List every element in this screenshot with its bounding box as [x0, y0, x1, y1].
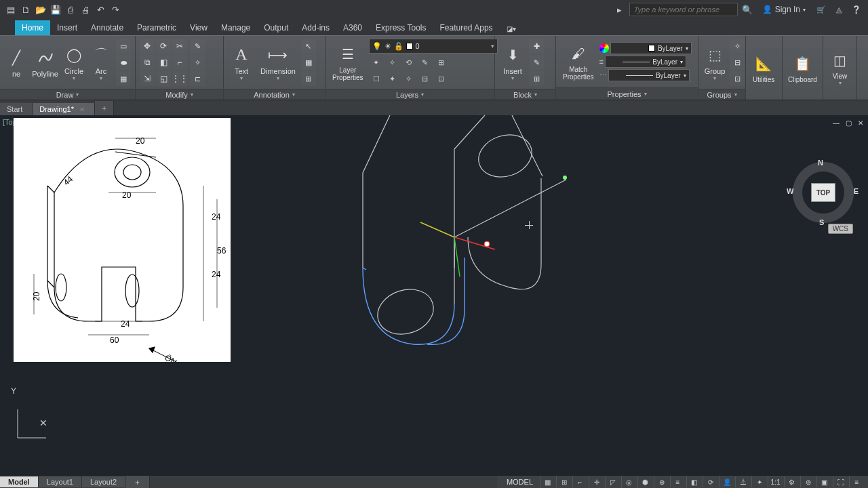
viewcube-top[interactable]: TOP	[811, 183, 835, 202]
ellipse-icon[interactable]: ⬬	[116, 55, 131, 70]
group-edit-icon[interactable]: ✧	[730, 39, 745, 54]
layer-properties-button[interactable]: ☰Layer Properties	[330, 42, 366, 83]
layout-1[interactable]: Layout1	[39, 476, 82, 487]
circle-button[interactable]: ◯Circle	[62, 43, 86, 83]
status-snap-icon[interactable]: ⊞	[556, 476, 571, 487]
layer-tool-10[interactable]: ⊡	[434, 71, 449, 86]
search-arrow-icon[interactable]: ▸	[613, 3, 627, 16]
status-lwt-icon[interactable]: ≡	[670, 476, 685, 487]
explode-icon[interactable]: ✧	[190, 55, 205, 70]
tab-parametric[interactable]: Parametric	[130, 20, 183, 35]
qat-saveas-icon[interactable]: ⎙	[64, 3, 77, 16]
mirror-icon[interactable]: ◧	[156, 55, 171, 70]
status-anno-icon[interactable]: ✦	[751, 476, 766, 487]
status-transp-icon[interactable]: ◧	[686, 476, 701, 487]
layer-tool-7[interactable]: ✦	[385, 71, 400, 86]
hatch-icon[interactable]: ▦	[116, 71, 131, 86]
layer-tool-5[interactable]: ⊞	[434, 55, 449, 70]
tab-annotate[interactable]: Annotate	[84, 20, 130, 35]
clipboard-button[interactable]: 📋Clipboard	[787, 52, 818, 85]
status-gear-icon[interactable]: ⚙	[784, 476, 799, 487]
app-menu-icon[interactable]: ▤	[4, 3, 18, 16]
panel-draw-title[interactable]: Draw	[0, 89, 135, 100]
status-3dsnap-icon[interactable]: ⬢	[637, 476, 652, 487]
status-gizmo-icon[interactable]: 👤	[719, 476, 734, 487]
viewcube-north[interactable]: N	[818, 159, 823, 167]
arc-button[interactable]: ⌒Arc	[89, 43, 113, 83]
rectangle-icon[interactable]: ▭	[116, 39, 131, 54]
status-dyn-icon[interactable]: ⊕	[654, 476, 669, 487]
block-edit-icon[interactable]: ✎	[529, 55, 544, 70]
panel-groups-title[interactable]: Groups	[698, 89, 745, 100]
layout-model[interactable]: Model	[0, 476, 39, 487]
scale-icon[interactable]: ◱	[156, 71, 171, 86]
table-icon[interactable]: ▦	[301, 55, 316, 70]
a360-icon[interactable]: ◬	[831, 3, 846, 16]
panel-layers-title[interactable]: Layers	[326, 89, 494, 100]
tab-a360[interactable]: A360	[336, 20, 369, 35]
qat-open-icon[interactable]: 📂	[34, 3, 47, 16]
status-scale[interactable]: 1:1	[768, 476, 783, 487]
rotate-icon[interactable]: ⟳	[156, 39, 171, 54]
drawing-canvas[interactable]: [Top — ▢ ✕ 20 20 44 24 56 24	[0, 115, 868, 476]
layer-dropdown[interactable]: 💡 ☀ 🔓 0	[369, 39, 498, 54]
status-model[interactable]: MODEL	[501, 478, 538, 486]
status-polar-icon[interactable]: ✛	[589, 476, 604, 487]
panel-annotation-title[interactable]: Annotation	[224, 89, 325, 100]
status-osnap-icon[interactable]: ◎	[621, 476, 636, 487]
block-create-icon[interactable]: ✚	[529, 39, 544, 54]
tab-home[interactable]: Home	[15, 20, 50, 35]
viewcube-south[interactable]: S	[819, 218, 824, 226]
tab-express[interactable]: Express Tools	[369, 20, 433, 35]
tab-featured[interactable]: Featured Apps	[433, 20, 500, 35]
tab-overflow-icon[interactable]: ◪▾	[500, 22, 523, 35]
polyline-button[interactable]: Polyline	[31, 45, 59, 79]
group-button[interactable]: ⬚Group	[703, 43, 727, 83]
panel-block-title[interactable]: Block	[495, 89, 555, 100]
layer-tool-2[interactable]: ✧	[385, 55, 400, 70]
qat-print-icon[interactable]: 🖨	[79, 3, 92, 16]
group-ungroup-icon[interactable]: ⊟	[730, 55, 745, 70]
status-ortho-icon[interactable]: ⌐	[572, 476, 587, 487]
close-icon[interactable]: ✕	[79, 106, 85, 113]
status-aperture-icon[interactable]: ⊚	[800, 476, 815, 487]
panel-properties-title[interactable]: Properties	[556, 87, 698, 100]
viewcube-east[interactable]: E	[854, 187, 859, 195]
move-icon[interactable]: ✥	[140, 39, 155, 54]
maximize-icon[interactable]: ▢	[844, 118, 853, 127]
qat-new-icon[interactable]: 🗋	[19, 3, 33, 16]
color-dropdown[interactable]: ByLayer	[610, 42, 692, 54]
search-input[interactable]	[629, 3, 738, 16]
line-button[interactable]: ╱ne	[4, 45, 28, 79]
dimension-button[interactable]: ⟼Dimension	[258, 43, 298, 83]
layer-tool-4[interactable]: ✎	[418, 55, 433, 70]
utilities-button[interactable]: 📐Utilities	[750, 52, 777, 85]
layer-tool-9[interactable]: ⊟	[418, 71, 433, 86]
layer-tool-6[interactable]: ☐	[369, 71, 384, 86]
signin-button[interactable]: 👤 Sign In ▾	[757, 5, 811, 14]
layer-tool-3[interactable]: ⟲	[401, 55, 416, 70]
trim-icon[interactable]: ✂	[172, 39, 187, 54]
tab-insert[interactable]: Insert	[50, 20, 84, 35]
match-properties-button[interactable]: 🖌Match Properties	[560, 41, 597, 82]
status-iso-icon[interactable]: ◸	[605, 476, 620, 487]
lineweight-dropdown[interactable]: ByLayer	[605, 56, 686, 68]
layer-tool-8[interactable]: ✧	[401, 71, 416, 86]
tab-manage[interactable]: Manage	[214, 20, 257, 35]
view-button[interactable]: ◫View	[827, 48, 852, 87]
status-filter-icon[interactable]: ⏃	[735, 476, 750, 487]
tab-output[interactable]: Output	[257, 20, 295, 35]
erase-icon[interactable]: ✎	[190, 39, 205, 54]
wcs-badge[interactable]: WCS	[828, 224, 853, 234]
offset-icon[interactable]: ⊏	[190, 71, 205, 86]
qat-redo-icon[interactable]: ↷	[108, 3, 122, 16]
group-select-icon[interactable]: ⊡	[730, 71, 745, 86]
file-tab-start[interactable]: Start	[0, 103, 33, 115]
leader-icon[interactable]: ↖	[301, 39, 316, 54]
layout-2[interactable]: Layout2	[82, 476, 125, 487]
linetype-dropdown[interactable]: ByLayer	[608, 69, 690, 81]
panel-modify-title[interactable]: Modify	[136, 89, 223, 100]
text-button[interactable]: AText	[228, 43, 255, 83]
viewcube[interactable]: TOP N S E W	[789, 159, 857, 226]
layout-add[interactable]: ＋	[125, 476, 150, 489]
